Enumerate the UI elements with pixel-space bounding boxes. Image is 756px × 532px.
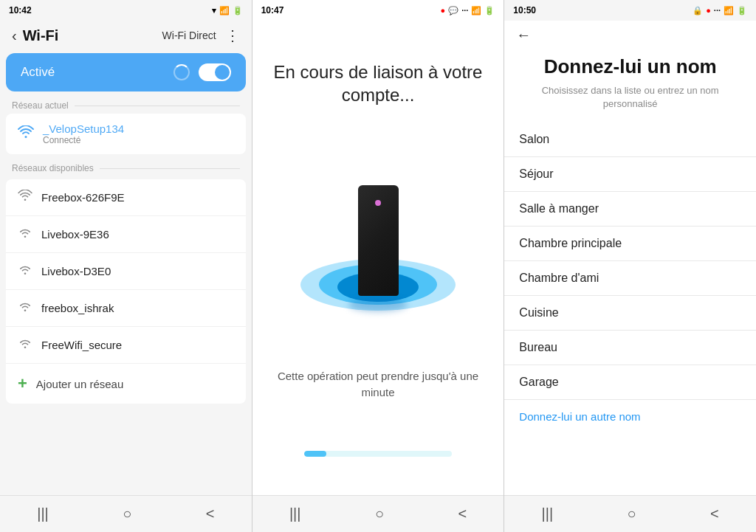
- nav-back-button-3[interactable]: <: [695, 500, 734, 528]
- wifi-icon: [18, 227, 32, 242]
- nav-home-button[interactable]: ○: [108, 500, 146, 528]
- signal-icon-2: 📶: [471, 6, 481, 15]
- wifi-header-right: Wi-Fi Direct ⋮: [162, 27, 240, 44]
- nav-back-button-2[interactable]: <: [443, 500, 481, 528]
- status-bar-panel1: 10:42 ▾ 📶 🔋: [0, 0, 252, 21]
- room-item[interactable]: Séjour: [504, 157, 756, 192]
- device-body: [358, 185, 399, 296]
- wifi-toggle-switch[interactable]: [199, 63, 231, 81]
- add-network-label: Ajouter un réseau: [36, 378, 123, 390]
- linking-panel: 10:47 ● 💬 ··· 📶 🔋 En cours de liaison à …: [252, 0, 504, 532]
- network-name-text: FreeWifi_secure: [41, 339, 122, 351]
- nav-home-button-2[interactable]: ○: [360, 500, 399, 528]
- name-content: Donnez-lui un nom Choisissez dans la lis…: [504, 46, 756, 495]
- room-item[interactable]: Bureau: [504, 331, 756, 365]
- available-networks-list: Freebox-626F9E Livebox-9E36 Livebox-D3: [6, 179, 246, 404]
- back-button[interactable]: ‹: [12, 27, 17, 44]
- room-list: Salon Séjour Salle à manger Chambre prin…: [504, 122, 756, 495]
- status-icons-2: ● 💬 ··· 📶 🔋: [441, 6, 495, 15]
- status-bar-panel3: 10:50 🔒 ● ··· 📶 🔋: [504, 0, 756, 21]
- status-time-1: 10:42: [9, 5, 32, 15]
- network-name-text: Freebox-626F9E: [41, 191, 125, 204]
- record-icon: ●: [706, 6, 711, 15]
- nav-back-button[interactable]: <: [191, 500, 230, 528]
- room-name: Garage: [519, 376, 558, 388]
- current-network-status: Connecté: [43, 135, 234, 145]
- status-time-3: 10:50: [513, 5, 536, 15]
- room-item[interactable]: Salle à manger: [504, 192, 756, 227]
- wifi-page-title: Wi-Fi: [23, 27, 59, 44]
- more-options-button[interactable]: ⋮: [225, 27, 240, 44]
- loading-spinner: [173, 64, 190, 80]
- room-item[interactable]: Chambre d'ami: [504, 261, 756, 296]
- status-bar-panel2: 10:47 ● 💬 ··· 📶 🔋: [252, 0, 504, 21]
- room-item[interactable]: Garage: [504, 365, 756, 400]
- nav-home-button-3[interactable]: ○: [613, 500, 651, 528]
- network-item[interactable]: Livebox-D3E0: [6, 253, 246, 290]
- room-item[interactable]: Salon: [504, 122, 756, 157]
- linking-subtitle: Cette opération peut prendre jusqu'à une…: [267, 368, 489, 401]
- room-name: Bureau: [519, 341, 557, 353]
- name-page-subtitle: Choisissez dans la liste ou entrez un no…: [504, 84, 756, 122]
- linking-title: En cours de liaison à votre compte...: [267, 61, 489, 106]
- room-name: Salle à manger: [519, 202, 599, 215]
- wifi-direct-button[interactable]: Wi-Fi Direct: [162, 30, 216, 41]
- vpn-icon: 🔒: [693, 6, 703, 15]
- name-device-panel: 10:50 🔒 ● ··· 📶 🔋 ← Donnez-lui un nom Ch…: [504, 0, 756, 532]
- device-visual: [297, 156, 459, 318]
- wifi-status-icon: ▾: [212, 6, 216, 15]
- wifi-header-left: ‹ Wi-Fi: [12, 27, 58, 44]
- toggle-area: [173, 63, 231, 81]
- wifi-active-label: Activé: [21, 65, 55, 80]
- name-page-title: Donnez-lui un nom: [504, 46, 756, 84]
- nav-menu-button-2[interactable]: |||: [275, 500, 316, 528]
- battery-icon-3: 🔋: [737, 6, 747, 15]
- custom-name-link[interactable]: Donnez-lui un autre nom: [504, 400, 756, 433]
- status-icons-3: 🔒 ● ··· 📶 🔋: [693, 6, 747, 15]
- signal-icon-3: 📶: [724, 6, 734, 15]
- status-time-2: 10:47: [261, 5, 284, 15]
- name-back-button[interactable]: ←: [516, 27, 531, 44]
- network-name-text: Livebox-D3E0: [41, 265, 111, 277]
- network-name-text: freebox_ishrak: [41, 302, 114, 314]
- wifi-icon: [18, 337, 32, 353]
- bottom-nav-3: ||| ○ <: [504, 495, 756, 532]
- room-name: Salon: [519, 133, 549, 145]
- nav-menu-button[interactable]: |||: [22, 500, 63, 528]
- status-icons-1: ▾ 📶 🔋: [212, 6, 243, 15]
- progress-bar-fill: [304, 451, 326, 457]
- wifi-toggle-bar: Activé: [6, 53, 246, 91]
- network-item[interactable]: Livebox-9E36: [6, 216, 246, 253]
- device-light: [375, 200, 381, 206]
- current-network-section-label: Réseau actuel: [0, 91, 252, 114]
- whatsapp-icon: 💬: [448, 6, 458, 15]
- room-item[interactable]: Chambre principale: [504, 227, 756, 261]
- room-name: Chambre d'ami: [519, 272, 599, 284]
- progress-bar-container: [304, 451, 452, 457]
- network-name-text: Livebox-9E36: [41, 228, 109, 241]
- room-item[interactable]: Cuisine: [504, 296, 756, 331]
- network-item[interactable]: freebox_ishrak: [6, 290, 246, 327]
- room-name: Cuisine: [519, 306, 558, 319]
- current-network-item[interactable]: _VelopSetup134 Connecté: [6, 114, 246, 154]
- current-network-name: _VelopSetup134: [43, 122, 234, 135]
- wifi-icon: [18, 263, 32, 279]
- wifi-icon: [18, 300, 32, 316]
- room-name: Chambre principale: [519, 237, 622, 249]
- bottom-nav-2: ||| ○ <: [252, 495, 504, 532]
- custom-name-text: Donnez-lui un autre nom: [519, 410, 640, 423]
- more-icon-3: ···: [714, 6, 721, 15]
- add-network-item[interactable]: + Ajouter un réseau: [6, 364, 246, 404]
- nav-menu-button-3[interactable]: |||: [527, 500, 568, 528]
- signal-icon: 📶: [219, 6, 230, 15]
- device-shadow: [348, 297, 408, 312]
- room-name: Séjour: [519, 167, 553, 180]
- network-item[interactable]: Freebox-626F9E: [6, 179, 246, 216]
- notification-icon: ●: [441, 6, 446, 15]
- network-item[interactable]: FreeWifi_secure: [6, 327, 246, 364]
- name-header: ←: [504, 21, 756, 46]
- available-networks-section-label: Réseaux disponibles: [0, 154, 252, 176]
- more-notif-icon: ···: [461, 6, 468, 15]
- wifi-connected-icon: [18, 125, 34, 142]
- current-network-info: _VelopSetup134 Connecté: [43, 122, 234, 145]
